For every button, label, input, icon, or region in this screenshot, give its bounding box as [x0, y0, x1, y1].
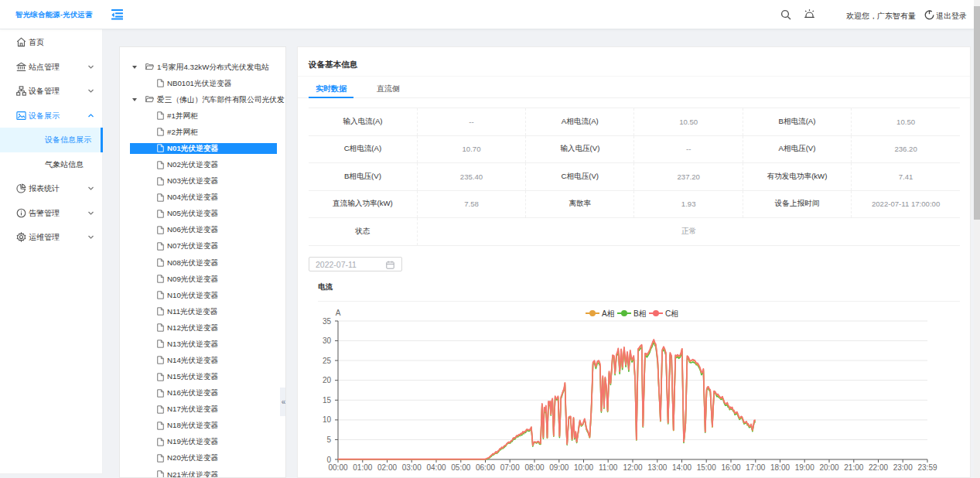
svg-text:17:00: 17:00 [746, 463, 765, 472]
svg-text:02:00: 02:00 [377, 463, 397, 472]
svg-text:15: 15 [323, 396, 332, 405]
svg-text:14:00: 14:00 [672, 463, 691, 472]
svg-text:B相: B相 [633, 309, 647, 318]
svg-text:23:59: 23:59 [917, 463, 937, 472]
svg-text:18:00: 18:00 [770, 463, 790, 472]
svg-text:08:00: 08:00 [524, 463, 544, 472]
svg-text:21:00: 21:00 [844, 463, 863, 472]
svg-text:12:00: 12:00 [623, 463, 642, 472]
svg-text:0: 0 [326, 456, 331, 464]
svg-text:25: 25 [323, 357, 332, 365]
svg-text:13:00: 13:00 [647, 463, 667, 472]
svg-text:A相: A相 [602, 309, 615, 318]
svg-text:10:00: 10:00 [574, 463, 593, 472]
svg-text:A: A [336, 309, 341, 317]
svg-text:05:00: 05:00 [451, 463, 470, 472]
svg-text:11:00: 11:00 [599, 463, 618, 472]
svg-text:09:00: 09:00 [549, 463, 569, 472]
svg-text:19:00: 19:00 [795, 463, 814, 472]
svg-text:04:00: 04:00 [426, 463, 446, 472]
svg-text:35: 35 [323, 317, 332, 326]
svg-text:22:00: 22:00 [869, 463, 888, 472]
svg-text:15:00: 15:00 [697, 463, 716, 472]
svg-text:30: 30 [323, 336, 332, 345]
svg-text:5: 5 [326, 435, 331, 444]
svg-text:20: 20 [323, 376, 332, 384]
svg-text:01:00: 01:00 [353, 463, 372, 472]
svg-text:00:00: 00:00 [328, 463, 347, 472]
svg-text:03:00: 03:00 [402, 463, 422, 472]
svg-text:C相: C相 [665, 309, 678, 318]
svg-text:07:00: 07:00 [500, 463, 520, 472]
svg-text:23:00: 23:00 [893, 463, 913, 472]
svg-text:06:00: 06:00 [476, 463, 495, 472]
svg-text:20:00: 20:00 [819, 463, 838, 472]
svg-text:10: 10 [323, 415, 332, 424]
svg-text:16:00: 16:00 [721, 463, 740, 472]
